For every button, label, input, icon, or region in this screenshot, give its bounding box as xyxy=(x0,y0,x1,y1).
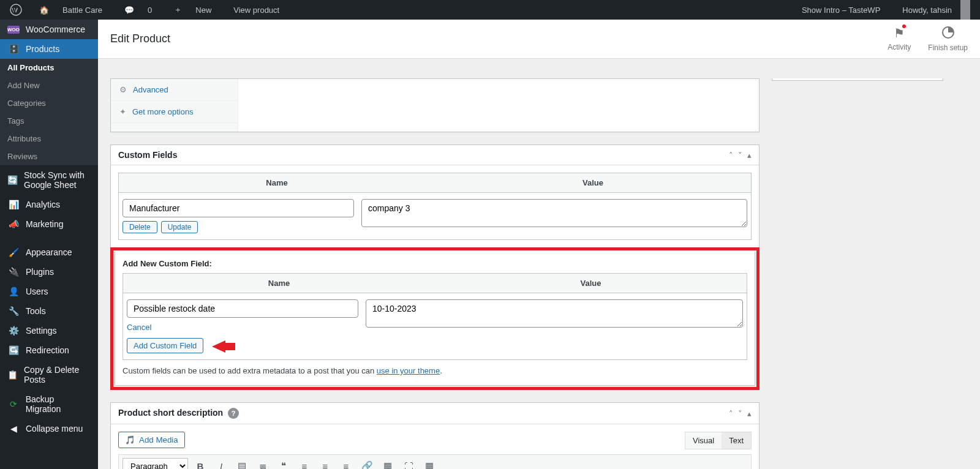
add-media-button[interactable]: 🎵Add Media xyxy=(118,432,185,448)
sidebar-item-tools[interactable]: 🔧Tools xyxy=(0,301,98,321)
admin-bar-right: Show Intro – TasteWP Howdy, tahsin xyxy=(792,0,975,20)
sidebar-item-plugins[interactable]: 🔌Plugins xyxy=(0,262,98,282)
new-cf-name-input[interactable] xyxy=(127,299,358,318)
view-product-link[interactable]: View product xyxy=(224,0,289,20)
cf-name-input[interactable] xyxy=(123,199,354,217)
page-title: Edit Product xyxy=(110,32,170,45)
cf-name-header: Name xyxy=(119,173,435,192)
sidebar-item-marketing[interactable]: 📣Marketing xyxy=(0,214,98,234)
product-data-body xyxy=(238,79,759,132)
add-custom-field-highlight: Add New Custom Field: Name Value Cancel xyxy=(110,247,760,390)
cf-value-textarea[interactable]: company 3 xyxy=(361,199,747,227)
comments-link[interactable]: 💬0 xyxy=(115,0,162,20)
number-list-button[interactable]: ≣ xyxy=(254,457,271,469)
chevron-up-icon[interactable]: ˄ xyxy=(729,409,733,418)
product-data-postbox: ⚙Advanced ✦Get more options xyxy=(110,78,760,132)
chevron-up-icon[interactable]: ˄ xyxy=(729,151,733,160)
sidebar-item-redirection[interactable]: ↪️Redirection xyxy=(0,340,98,360)
site-name: Battle Care xyxy=(58,0,107,20)
cancel-link[interactable]: Cancel xyxy=(127,323,151,332)
sidebar-item-settings[interactable]: ⚙️Settings xyxy=(0,321,98,340)
sub-attributes[interactable]: Attributes xyxy=(0,130,98,148)
sparkle-icon: ✦ xyxy=(119,107,126,116)
analytics-label: Analytics xyxy=(26,200,60,209)
sidebar-item-backup[interactable]: ⟳Backup Migration xyxy=(0,389,98,419)
fullscreen-button[interactable]: ⛶ xyxy=(400,457,417,469)
sub-tags[interactable]: Tags xyxy=(0,112,98,130)
products-label: Products xyxy=(26,44,59,54)
cf-help-text: Custom fields can be used to add extra m… xyxy=(123,360,747,378)
wp-logo[interactable] xyxy=(5,0,27,20)
new-link[interactable]: ＋New xyxy=(164,0,221,20)
bullet-list-button[interactable]: ▤ xyxy=(233,457,251,469)
main-content: ⚙Advanced ✦Get more options Custom Field… xyxy=(98,78,980,469)
wc-header: Edit Product ⚑ Activity Finish setup xyxy=(98,20,980,59)
stock-label: Stock Sync with Google Sheet xyxy=(24,170,91,190)
sub-add-new[interactable]: Add New xyxy=(0,77,98,94)
add-cf-table: Name Value Cancel Add Custom Field xyxy=(123,273,747,360)
arrow-indicator xyxy=(212,340,225,353)
sidebar-item-analytics[interactable]: 📊Analytics xyxy=(0,195,98,214)
tools-label: Tools xyxy=(26,306,46,316)
blockquote-button[interactable]: ❝ xyxy=(275,457,292,469)
tab-visual[interactable]: Visual xyxy=(685,432,722,449)
sub-all-products[interactable]: All Products xyxy=(0,59,98,77)
align-right-button[interactable]: ≡ xyxy=(337,457,355,469)
use-in-theme-link[interactable]: use in your theme xyxy=(377,366,440,375)
sidebar-item-appearance[interactable]: 🖌️Appearance xyxy=(0,242,98,262)
sub-categories[interactable]: Categories xyxy=(0,94,98,112)
chevron-down-icon[interactable]: ˅ xyxy=(738,409,742,418)
intro-link[interactable]: Show Intro – TasteWP xyxy=(792,0,890,20)
users-label: Users xyxy=(26,287,48,296)
toolbar-toggle-button[interactable]: ▦ xyxy=(421,457,438,469)
sidebar-item-collapse[interactable]: ◀Collapse menu xyxy=(0,419,98,438)
backup-icon: ⟳ xyxy=(7,399,20,409)
collapse-icon[interactable]: ▴ xyxy=(747,409,752,418)
add-cf-row: Cancel Add Custom Field 10-10-2023 xyxy=(123,293,747,359)
sidebar-item-products[interactable]: 🗄️Products xyxy=(0,39,98,59)
custom-fields-postbox: Custom Fields ˄ ˅ ▴ Name Value xyxy=(110,144,760,247)
view-label: View product xyxy=(228,0,284,20)
tab-getmore-label: Get more options xyxy=(132,107,194,116)
wc-header-actions: ⚑ Activity Finish setup xyxy=(888,26,968,52)
redirection-icon: ↪️ xyxy=(7,345,20,355)
sub-reviews[interactable]: Reviews xyxy=(0,148,98,165)
format-select[interactable]: Paragraph xyxy=(123,458,188,470)
update-button[interactable]: Update xyxy=(161,221,198,233)
howdy-link[interactable]: Howdy, tahsin xyxy=(892,0,975,20)
sidebar-item-stock-sync[interactable]: 🔄Stock Sync with Google Sheet xyxy=(0,165,98,195)
align-left-button[interactable]: ≡ xyxy=(296,457,313,469)
italic-button[interactable]: I xyxy=(213,457,230,469)
collapse-icon[interactable]: ▴ xyxy=(747,151,752,160)
chevron-down-icon[interactable]: ˅ xyxy=(738,151,742,160)
users-icon: 👤 xyxy=(7,287,20,296)
help-icon[interactable]: ? xyxy=(228,408,239,419)
products-icon: 🗄️ xyxy=(7,44,20,54)
copy-label: Copy & Delete Posts xyxy=(24,365,91,385)
new-cf-value-textarea[interactable]: 10-10-2023 xyxy=(366,299,743,328)
sidebar-item-users[interactable]: 👤Users xyxy=(0,282,98,301)
custom-fields-table: Name Value Delete Update xyxy=(118,173,752,240)
appearance-icon: 🖌️ xyxy=(7,247,20,257)
tab-advanced[interactable]: ⚙Advanced xyxy=(111,79,238,101)
intro-label: Show Intro – TasteWP xyxy=(797,0,885,20)
delete-button[interactable]: Delete xyxy=(123,221,157,233)
align-center-button[interactable]: ≡ xyxy=(317,457,334,469)
insert-more-button[interactable]: ▦ xyxy=(379,457,396,469)
site-link[interactable]: 🏠Battle Care xyxy=(29,0,112,20)
plugins-icon: 🔌 xyxy=(7,267,20,277)
custom-fields-title: Custom Fields xyxy=(118,150,177,160)
sidebar-item-copy-delete[interactable]: 📋Copy & Delete Posts xyxy=(0,360,98,389)
tab-text[interactable]: Text xyxy=(722,432,751,449)
link-button[interactable]: 🔗 xyxy=(358,457,375,469)
tab-get-more[interactable]: ✦Get more options xyxy=(111,101,238,123)
activity-button[interactable]: ⚑ Activity xyxy=(888,26,911,52)
plugins-label: Plugins xyxy=(26,267,54,277)
finish-setup-button[interactable]: Finish setup xyxy=(928,26,968,52)
marketing-label: Marketing xyxy=(26,219,63,229)
avatar xyxy=(960,0,970,20)
add-custom-field-button[interactable]: Add Custom Field xyxy=(127,338,203,353)
sidebar-item-woocommerce[interactable]: WOOWooCommerce xyxy=(0,20,98,39)
woo-icon: WOO xyxy=(7,26,20,34)
bold-button[interactable]: B xyxy=(192,457,209,469)
